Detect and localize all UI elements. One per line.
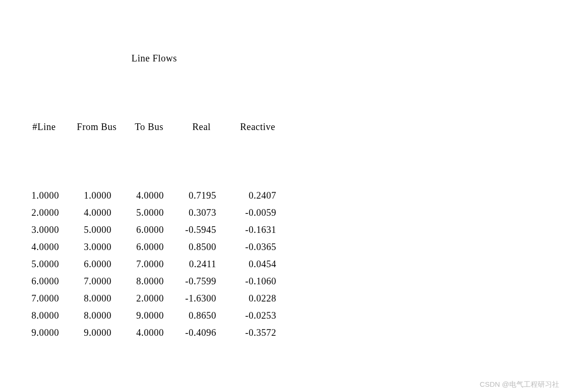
table-title: Line Flows	[21, 50, 564, 67]
table-row: 8.00008.00009.00000.8650-0.0253	[21, 307, 564, 324]
cell-to: 6.0000	[111, 221, 164, 238]
table-row: 6.00007.00008.0000-0.7599-0.1060	[21, 272, 564, 290]
cell-real: -0.7599	[164, 272, 216, 290]
col-header-from: From Bus	[70, 118, 123, 135]
cell-line: 1.0000	[21, 187, 59, 204]
cell-real: -0.4096	[164, 324, 216, 341]
cell-reactive: 0.0228	[216, 290, 276, 307]
cell-to: 5.0000	[111, 204, 164, 221]
cell-reactive: -0.3572	[216, 324, 276, 341]
table-header: #LineFrom BusTo BusRealReactive	[21, 101, 564, 152]
cell-from: 3.0000	[59, 238, 111, 255]
cell-line: 9.0000	[21, 324, 59, 341]
table-row: 7.00008.00002.0000-1.63000.0228	[21, 290, 564, 307]
cell-to: 4.0000	[111, 187, 164, 204]
cell-real: 0.8650	[164, 307, 216, 324]
cell-reactive: -0.1631	[216, 221, 276, 238]
cell-line: 7.0000	[21, 290, 59, 307]
table-row: 1.00001.00004.00000.71950.2407	[21, 187, 564, 204]
cell-to: 7.0000	[111, 255, 164, 272]
cell-from: 1.0000	[59, 187, 111, 204]
cell-line: 8.0000	[21, 307, 59, 324]
watermark: CSDN @电气工程研习社	[480, 380, 559, 389]
cell-to: 6.0000	[111, 238, 164, 255]
cell-real: 0.7195	[164, 187, 216, 204]
col-header-to: To Bus	[123, 118, 175, 135]
table-body-a: 1.00001.00004.00000.71950.24072.00004.00…	[21, 187, 564, 341]
table-row: 3.00005.00006.0000-0.5945-0.1631	[21, 221, 564, 238]
cell-to: 4.0000	[111, 324, 164, 341]
cell-from: 9.0000	[59, 324, 111, 341]
col-header-reactive: Reactive	[228, 118, 288, 135]
cell-real: 0.3073	[164, 204, 216, 221]
cell-reactive: -0.1060	[216, 272, 276, 290]
cell-line: 4.0000	[21, 238, 59, 255]
cell-real: 0.8500	[164, 238, 216, 255]
cell-from: 8.0000	[59, 307, 111, 324]
cell-from: 8.0000	[59, 290, 111, 307]
cell-reactive: -0.0253	[216, 307, 276, 324]
table-row: 4.00003.00006.00000.8500-0.0365	[21, 238, 564, 255]
table-row: 9.00009.00004.0000-0.4096-0.3572	[21, 324, 564, 341]
cell-line: 3.0000	[21, 221, 59, 238]
cell-from: 4.0000	[59, 204, 111, 221]
cell-reactive: 0.0454	[216, 255, 276, 272]
cell-line: 6.0000	[21, 272, 59, 290]
cell-reactive: 0.2407	[216, 187, 276, 204]
cell-to: 9.0000	[111, 307, 164, 324]
cell-from: 5.0000	[59, 221, 111, 238]
cell-real: -1.6300	[164, 290, 216, 307]
col-header-real: Real	[175, 118, 228, 135]
cell-from: 6.0000	[59, 255, 111, 272]
cell-to: 2.0000	[111, 290, 164, 307]
line-flows-table: Line Flows #LineFrom BusTo BusRealReacti…	[0, 0, 564, 392]
table-row: 5.00006.00007.00000.24110.0454	[21, 255, 564, 272]
cell-from: 7.0000	[59, 272, 111, 290]
cell-reactive: -0.0059	[216, 204, 276, 221]
cell-line: 5.0000	[21, 255, 59, 272]
cell-reactive: -0.0365	[216, 238, 276, 255]
cell-real: -0.5945	[164, 221, 216, 238]
col-header-line: #Line	[31, 118, 70, 135]
cell-to: 8.0000	[111, 272, 164, 290]
cell-real: 0.2411	[164, 255, 216, 272]
cell-line: 2.0000	[21, 204, 59, 221]
table-row: 2.00004.00005.00000.3073-0.0059	[21, 204, 564, 221]
